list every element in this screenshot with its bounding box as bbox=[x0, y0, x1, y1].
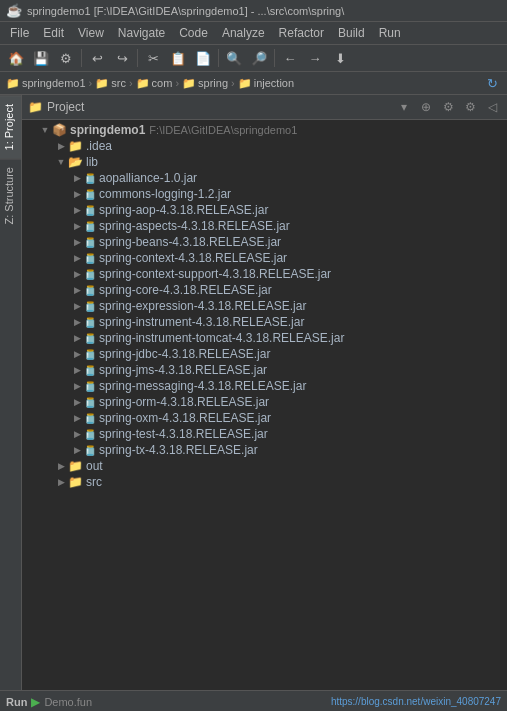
menu-code[interactable]: Code bbox=[173, 24, 214, 42]
toolbar-search-btn[interactable]: 🔍 bbox=[222, 47, 246, 69]
src-folder-icon: 📁 bbox=[68, 475, 83, 489]
jar-arrow[interactable] bbox=[70, 269, 84, 279]
menu-navigate[interactable]: Navigate bbox=[112, 24, 171, 42]
jar-arrow[interactable] bbox=[70, 381, 84, 391]
tree-jar-spring-instrument-tomcat[interactable]: 🫙 spring-instrument-tomcat-4.3.18.RELEAS… bbox=[22, 330, 507, 346]
tree-jar-spring-test[interactable]: 🫙 spring-test-4.3.18.RELEASE.jar bbox=[22, 426, 507, 442]
breadcrumb-refresh-btn[interactable]: ↻ bbox=[483, 74, 501, 92]
breadcrumb-com[interactable]: 📁 com bbox=[136, 77, 173, 90]
sidebar-tab-structure[interactable]: Z: Structure bbox=[0, 158, 21, 232]
toolbar-redo-btn[interactable]: ↪ bbox=[110, 47, 134, 69]
panel-title: Project bbox=[47, 100, 391, 114]
toolbar-undo-btn[interactable]: ↩ bbox=[85, 47, 109, 69]
jar-arrow[interactable] bbox=[70, 349, 84, 359]
jar-arrow[interactable] bbox=[70, 221, 84, 231]
jar-arrow[interactable] bbox=[70, 317, 84, 327]
tree-jar-spring-messaging[interactable]: 🫙 spring-messaging-4.3.18.RELEASE.jar bbox=[22, 378, 507, 394]
tree-jar-spring-expression[interactable]: 🫙 spring-expression-4.3.18.RELEASE.jar bbox=[22, 298, 507, 314]
jar-arrow[interactable] bbox=[70, 333, 84, 343]
out-arrow[interactable] bbox=[54, 461, 68, 471]
toolbar-back-btn[interactable]: ← bbox=[278, 47, 302, 69]
jar-icon: 🫙 bbox=[84, 413, 96, 424]
jar-arrow[interactable] bbox=[70, 397, 84, 407]
menu-view[interactable]: View bbox=[72, 24, 110, 42]
tree-jar-spring-aop[interactable]: 🫙 spring-aop-4.3.18.RELEASE.jar bbox=[22, 202, 507, 218]
panel-options-btn[interactable]: ⚙ bbox=[439, 98, 457, 116]
menu-file[interactable]: File bbox=[4, 24, 35, 42]
jar-arrow[interactable] bbox=[70, 205, 84, 215]
tree-lib[interactable]: 📂 lib bbox=[22, 154, 507, 170]
lib-arrow[interactable] bbox=[54, 157, 68, 167]
tree-jar-spring-orm[interactable]: 🫙 spring-orm-4.3.18.RELEASE.jar bbox=[22, 394, 507, 410]
toolbar-search2-btn[interactable]: 🔎 bbox=[247, 47, 271, 69]
menu-refactor[interactable]: Refactor bbox=[273, 24, 330, 42]
tree-jar-spring-core[interactable]: 🫙 spring-core-4.3.18.RELEASE.jar bbox=[22, 282, 507, 298]
panel-add-btn[interactable]: ⊕ bbox=[417, 98, 435, 116]
breadcrumb-spring[interactable]: 📁 spring bbox=[182, 77, 228, 90]
jar-arrow[interactable] bbox=[70, 365, 84, 375]
tree-jar-spring-tx[interactable]: 🫙 spring-tx-4.3.18.RELEASE.jar bbox=[22, 442, 507, 458]
root-arrow[interactable] bbox=[38, 125, 52, 135]
jar-icon: 🫙 bbox=[84, 269, 96, 280]
panel-collapse-btn[interactable]: ◁ bbox=[483, 98, 501, 116]
sidebar-tab-project[interactable]: 1: Project bbox=[0, 95, 21, 158]
tree-jar-commons-logging[interactable]: 🫙 commons-logging-1.2.jar bbox=[22, 186, 507, 202]
menu-edit[interactable]: Edit bbox=[37, 24, 70, 42]
jar-arrow[interactable] bbox=[70, 285, 84, 295]
tree-jar-spring-context-support[interactable]: 🫙 spring-context-support-4.3.18.RELEASE.… bbox=[22, 266, 507, 282]
jar-arrow[interactable] bbox=[70, 413, 84, 423]
breadcrumb: 📁 springdemo1 › 📁 src › 📁 com › 📁 spring… bbox=[0, 72, 507, 95]
breadcrumb-injection[interactable]: 📁 injection bbox=[238, 77, 294, 90]
idea-arrow[interactable] bbox=[54, 141, 68, 151]
tree-out[interactable]: 📁 out bbox=[22, 458, 507, 474]
toolbar-cut-btn[interactable]: ✂ bbox=[141, 47, 165, 69]
tree-jar-aopalliance[interactable]: 🫙 aopalliance-1.0.jar bbox=[22, 170, 507, 186]
panel-dropdown-btn[interactable]: ▾ bbox=[395, 98, 413, 116]
toolbar-paste-btn[interactable]: 📄 bbox=[191, 47, 215, 69]
injection-icon: 📁 bbox=[238, 77, 252, 90]
tree-src[interactable]: 📁 src bbox=[22, 474, 507, 490]
jar-label: spring-jdbc-4.3.18.RELEASE.jar bbox=[99, 347, 270, 361]
jar-arrow[interactable] bbox=[70, 445, 84, 455]
jar-icon: 🫙 bbox=[84, 349, 96, 360]
jar-label: spring-context-support-4.3.18.RELEASE.ja… bbox=[99, 267, 331, 281]
tree-jar-spring-beans[interactable]: 🫙 spring-beans-4.3.18.RELEASE.jar bbox=[22, 234, 507, 250]
toolbar-settings-btn[interactable]: ⚙ bbox=[54, 47, 78, 69]
jar-arrow[interactable] bbox=[70, 429, 84, 439]
tree-jar-spring-oxm[interactable]: 🫙 spring-oxm-4.3.18.RELEASE.jar bbox=[22, 410, 507, 426]
panel-folder-icon: 📁 bbox=[28, 100, 43, 114]
tree-jar-spring-jms[interactable]: 🫙 spring-jms-4.3.18.RELEASE.jar bbox=[22, 362, 507, 378]
menu-build[interactable]: Build bbox=[332, 24, 371, 42]
breadcrumb-springdemo1[interactable]: 📁 springdemo1 bbox=[6, 77, 86, 90]
tree-jar-spring-jdbc[interactable]: 🫙 spring-jdbc-4.3.18.RELEASE.jar bbox=[22, 346, 507, 362]
file-tree[interactable]: 📦 springdemo1 F:\IDEA\GitIDEA\springdemo… bbox=[22, 120, 507, 690]
menu-analyze[interactable]: Analyze bbox=[216, 24, 271, 42]
menu-run[interactable]: Run bbox=[373, 24, 407, 42]
jar-label: aopalliance-1.0.jar bbox=[99, 171, 197, 185]
jar-icon: 🫙 bbox=[84, 397, 96, 408]
breadcrumb-src[interactable]: 📁 src bbox=[95, 77, 126, 90]
toolbar-forward-btn[interactable]: → bbox=[303, 47, 327, 69]
src-icon: 📁 bbox=[95, 77, 109, 90]
toolbar-copy-btn[interactable]: 📋 bbox=[166, 47, 190, 69]
jar-label: commons-logging-1.2.jar bbox=[99, 187, 231, 201]
toolbar-down-btn[interactable]: ⬇ bbox=[328, 47, 352, 69]
jar-arrow[interactable] bbox=[70, 189, 84, 199]
tree-jar-spring-instrument[interactable]: 🫙 spring-instrument-4.3.18.RELEASE.jar bbox=[22, 314, 507, 330]
jar-arrow[interactable] bbox=[70, 173, 84, 183]
panel-gear-btn[interactable]: ⚙ bbox=[461, 98, 479, 116]
toolbar-save-btn[interactable]: 💾 bbox=[29, 47, 53, 69]
jar-arrow[interactable] bbox=[70, 237, 84, 247]
tree-idea[interactable]: 📁 .idea bbox=[22, 138, 507, 154]
jar-arrow[interactable] bbox=[70, 301, 84, 311]
lib-label: lib bbox=[86, 155, 98, 169]
src-arrow[interactable] bbox=[54, 477, 68, 487]
jar-arrow[interactable] bbox=[70, 253, 84, 263]
tree-jar-spring-aspects[interactable]: 🫙 spring-aspects-4.3.18.RELEASE.jar bbox=[22, 218, 507, 234]
tree-root[interactable]: 📦 springdemo1 F:\IDEA\GitIDEA\springdemo… bbox=[22, 122, 507, 138]
jar-icon: 🫙 bbox=[84, 381, 96, 392]
toolbar-home-btn[interactable]: 🏠 bbox=[4, 47, 28, 69]
tree-jar-spring-context[interactable]: 🫙 spring-context-4.3.18.RELEASE.jar bbox=[22, 250, 507, 266]
jar-label: spring-oxm-4.3.18.RELEASE.jar bbox=[99, 411, 271, 425]
jar-icon: 🫙 bbox=[84, 429, 96, 440]
